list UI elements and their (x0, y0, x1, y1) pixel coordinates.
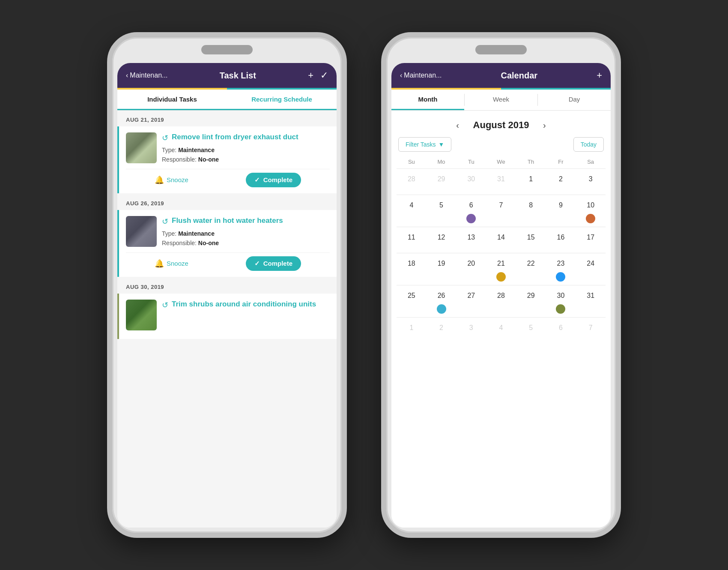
cal-day-29-prev[interactable]: 29 (427, 169, 456, 195)
task-list-header: ‹ Maintenan... Task List + ✓ (117, 63, 337, 88)
snooze-button-2[interactable]: 🔔 Snooze (155, 259, 188, 268)
next-month-button[interactable]: › (537, 118, 551, 132)
cal-day-6[interactable]: 6 (456, 195, 486, 227)
cal-day-20[interactable]: 20 (456, 253, 486, 285)
cal-day-5[interactable]: 5 (427, 195, 456, 227)
cal-day-7[interactable]: 7 (486, 195, 516, 227)
cal-day-6-next[interactable]: 6 (546, 318, 576, 343)
cal-day-31[interactable]: 31 (576, 285, 606, 317)
week-2: 4 5 6 7 8 9 10 (397, 195, 606, 227)
task-card-1: ↺ Remove lint from dryer exhaust duct Ty… (117, 126, 337, 193)
cal-day-23[interactable]: 23 (546, 253, 576, 285)
cal-day-19[interactable]: 19 (427, 253, 456, 285)
cal-day-30[interactable]: 30 (546, 285, 576, 317)
cal-day-18[interactable]: 18 (397, 253, 427, 285)
cal-day-31-prev[interactable]: 31 (486, 169, 516, 195)
tab-individual-tasks[interactable]: Individual Tasks (117, 90, 227, 110)
event-dot-10 (586, 214, 595, 223)
recurring-icon-3: ↺ (162, 300, 168, 310)
task-title-2: Flush water in hot water heaters (172, 216, 283, 225)
cal-day-12[interactable]: 12 (427, 227, 456, 253)
cal-add-button[interactable]: + (597, 70, 602, 81)
complete-button-2[interactable]: ✓ Complete (246, 256, 301, 271)
cal-day-21[interactable]: 21 (486, 253, 516, 285)
phone-calendar: ‹ Maintenan... Calendar + Month Week Day (381, 32, 621, 538)
cal-day-1-next[interactable]: 1 (397, 318, 427, 343)
prev-month-button[interactable]: ‹ (451, 118, 465, 132)
calendar-tabs: Month Week Day (391, 90, 611, 111)
recurring-icon-2: ↺ (162, 217, 168, 226)
task-list-content: AUG 21, 2019 ↺ Remove lint from dryer ex… (117, 111, 337, 528)
cal-back-button[interactable]: ‹ Maintenan... (400, 72, 442, 79)
week-1: 28 29 30 31 1 2 3 (397, 168, 606, 195)
snooze-button-1[interactable]: 🔔 Snooze (155, 175, 188, 185)
event-dot-6 (466, 214, 476, 223)
recurring-icon-1: ↺ (162, 133, 168, 143)
cal-page-title: Calendar (501, 71, 537, 81)
week-5: 25 26 27 28 29 30 31 (397, 285, 606, 317)
cal-day-28-prev[interactable]: 28 (397, 169, 427, 195)
cal-day-26[interactable]: 26 (427, 285, 456, 317)
back-button[interactable]: ‹ Maintenan... (126, 72, 167, 79)
cal-day-9[interactable]: 9 (546, 195, 576, 227)
cal-day-2[interactable]: 2 (546, 169, 576, 195)
cal-day-24[interactable]: 24 (576, 253, 606, 285)
cal-day-1[interactable]: 1 (516, 169, 546, 195)
cal-day-3[interactable]: 3 (576, 169, 606, 195)
cal-day-4-next[interactable]: 4 (486, 318, 516, 343)
cal-day-5-next[interactable]: 5 (516, 318, 546, 343)
cal-day-27[interactable]: 27 (456, 285, 486, 317)
month-nav: ‹ August 2019 › (391, 111, 611, 137)
calendar-weeks: 28 29 30 31 1 2 3 4 5 6 7 8 (397, 168, 606, 343)
task-card-2: ↺ Flush water in hot water heaters Type:… (117, 210, 337, 277)
cal-day-29[interactable]: 29 (516, 285, 546, 317)
add-button[interactable]: + (308, 70, 313, 81)
check-icon-2: ✓ (254, 260, 260, 267)
complete-button-1[interactable]: ✓ Complete (246, 173, 301, 187)
phone-task-list: ‹ Maintenan... Task List + ✓ Individual … (107, 32, 347, 538)
snooze-icon-1: 🔔 (155, 175, 164, 185)
cal-day-16[interactable]: 16 (546, 227, 576, 253)
cal-day-25[interactable]: 25 (397, 285, 427, 317)
calendar-main: ‹ August 2019 › Filter Tasks ▼ Today Su (391, 111, 611, 528)
event-dot-30 (556, 304, 565, 314)
task-card-3: ↺ Trim shrubs around air conditioning un… (117, 294, 337, 339)
cal-day-7-next[interactable]: 7 (576, 318, 606, 343)
day-header-sa: Sa (576, 157, 606, 167)
tab-day[interactable]: Day (538, 90, 611, 110)
cal-day-4[interactable]: 4 (397, 195, 427, 227)
day-header-su: Su (397, 157, 427, 167)
tab-week[interactable]: Week (465, 90, 537, 110)
tab-recurring-schedule[interactable]: Recurring Schedule (227, 90, 337, 110)
cal-day-15[interactable]: 15 (516, 227, 546, 253)
cal-day-14[interactable]: 14 (486, 227, 516, 253)
calendar-grid: Su Mo Tu We Th Fr Sa 28 29 30 31 (391, 157, 611, 528)
day-header-fr: Fr (546, 157, 576, 167)
event-dot-23 (556, 272, 565, 282)
filter-tasks-button[interactable]: Filter Tasks ▼ (398, 137, 451, 152)
calendar-header: ‹ Maintenan... Calendar + (391, 63, 611, 88)
task-actions-1: 🔔 Snooze ✓ Complete (126, 169, 330, 189)
cal-day-28[interactable]: 28 (486, 285, 516, 317)
cal-day-2-next[interactable]: 2 (427, 318, 456, 343)
cal-day-13[interactable]: 13 (456, 227, 486, 253)
task-thumbnail-1 (126, 132, 157, 163)
check-button[interactable]: ✓ (320, 70, 328, 81)
tab-month[interactable]: Month (391, 90, 464, 110)
week-3: 11 12 13 14 15 16 17 (397, 227, 606, 253)
cal-day-10[interactable]: 10 (576, 195, 606, 227)
task-thumbnail-2 (126, 216, 157, 247)
task-date-1: AUG 21, 2019 (117, 111, 337, 126)
cal-day-3-next[interactable]: 3 (456, 318, 486, 343)
cal-day-17[interactable]: 17 (576, 227, 606, 253)
snooze-icon-2: 🔔 (155, 259, 164, 268)
cal-back-label: Maintenan... (404, 72, 442, 79)
cal-day-11[interactable]: 11 (397, 227, 427, 253)
cal-day-22[interactable]: 22 (516, 253, 546, 285)
dropdown-icon: ▼ (439, 141, 445, 148)
day-header-tu: Tu (456, 157, 486, 167)
cal-day-8[interactable]: 8 (516, 195, 546, 227)
today-button[interactable]: Today (573, 137, 604, 152)
task-date-2: AUG 26, 2019 (117, 194, 337, 210)
cal-day-30-prev[interactable]: 30 (456, 169, 486, 195)
